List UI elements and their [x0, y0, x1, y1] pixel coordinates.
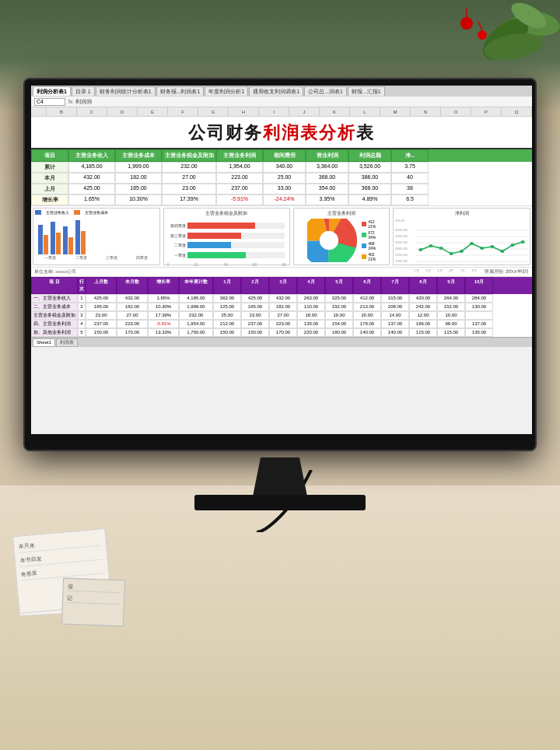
- detail-row-3: 主营业务税金及附加 3 23.00 27.00 17.39% 232.00 25…: [31, 311, 532, 320]
- tab-profit-report[interactable]: 财务报...利润表1: [156, 86, 205, 96]
- td-r2c5: 25.00: [263, 173, 306, 184]
- td-r1c5: 340.00: [263, 162, 306, 173]
- col-q: Q: [502, 107, 532, 116]
- td-r2c2: 182.00: [115, 173, 162, 184]
- pie-label-4: 40221%: [368, 252, 376, 261]
- dtr1-m10: 284.00: [465, 294, 493, 303]
- dtr2-m9: 152.00: [437, 303, 465, 311]
- th-total-profit: 利润总额: [348, 149, 391, 162]
- dtr2-m2: 165.00: [241, 303, 269, 311]
- dtr4-m9: 99.00: [437, 320, 465, 328]
- hbar-track-q4: [187, 223, 285, 229]
- desk-surface: 本月来 本书自发 奇差发 借 记: [0, 485, 560, 750]
- dtr4-m6: 179.00: [353, 320, 381, 328]
- dth-m10: 10月: [465, 277, 493, 294]
- hbar-track-q1: [187, 252, 285, 258]
- sheet-tab-1[interactable]: Sheet1: [33, 338, 55, 347]
- table-header-row: 项目 主营业务收入 主营业务成本 主营业务税金及附加 主营业务利润 期间费用 营…: [31, 149, 532, 162]
- name-box[interactable]: C4: [34, 98, 65, 106]
- dtr5-rate: 13.33%: [148, 328, 179, 337]
- td-label-4: 增长率: [31, 195, 68, 205]
- dtr2-cur: 182.00: [117, 303, 148, 311]
- dtr4-label: 四、主营业务利润: [31, 320, 78, 328]
- td-r3c5: 33.00: [263, 184, 306, 195]
- td-r3c4: 237.00: [216, 184, 263, 195]
- dtr5-m7: 140.00: [381, 328, 409, 337]
- dtr5-m6: 140.00: [353, 328, 381, 337]
- td-r4c5: -24.24%: [263, 195, 306, 205]
- pie-label-1: 41221%: [368, 219, 376, 229]
- hbar-chart-container: 主营业务税金及附加 第四季度 第三季度: [163, 208, 291, 265]
- hbar-fill-q2: [187, 242, 232, 248]
- tab-financial-stats[interactable]: 财务利润统计分析表1: [96, 86, 156, 96]
- monitor-base: [194, 495, 366, 510]
- unit-label: 单位名称: xxxxx公司: [34, 268, 76, 275]
- dtr5-m10: 135.00: [465, 328, 493, 337]
- tab-annual-profit[interactable]: 年度利润分析1: [205, 86, 248, 96]
- tab-report-summary[interactable]: 财报...汇报1: [348, 86, 385, 96]
- dtr3-m8: 12.00: [409, 311, 437, 320]
- td-r4c8: 6.5: [391, 195, 429, 205]
- data-row-growth: 增长率 1.65% 10.30% 17.39% -5.91% -24.24% 3…: [31, 195, 532, 205]
- dtr4-cur: 223.00: [117, 320, 148, 328]
- hbar-label-q4: 第四季度: [169, 223, 186, 228]
- td-r4c1: 1.65%: [68, 195, 115, 205]
- dtr4-m4: 135.00: [297, 320, 325, 328]
- td-r4c7: 4.89%: [348, 195, 391, 205]
- line-chart-svg: 450.00 400.00 350.00 300.00 250.00 200.0…: [395, 226, 528, 267]
- data-row-last-month: 上月 425.00 165.00 23.00 237.00 33.00 354.…: [31, 184, 532, 195]
- dtr4-ytd: 1,954.00: [179, 320, 213, 328]
- dtr1-rate: 1.65%: [148, 294, 179, 303]
- bar-q1-revenue: [38, 225, 43, 254]
- dtr5-cur: 170.00: [117, 328, 148, 337]
- spreadsheet-content: 公司财务利润表分析表 项目 主营业务收入 主营业务成本 主营业务税金及附加 主营…: [31, 117, 532, 347]
- sheet-tab-2[interactable]: 利润表: [56, 338, 78, 347]
- data-row-current-month: 本月 432.00 182.00 27.00 223.00 25.00 368.…: [31, 173, 532, 184]
- td-label-2: 本月: [31, 173, 68, 184]
- tab-profit-analysis[interactable]: 利润分析表1: [33, 86, 71, 96]
- dtr5-last: 150.00: [86, 328, 117, 337]
- formula-input[interactable]: 利润润: [75, 98, 529, 106]
- hbar-row-q2: 二季度: [169, 242, 285, 248]
- svg-point-34: [501, 250, 505, 253]
- col-h: H: [229, 107, 259, 116]
- hbar-fill-q1: [187, 252, 246, 258]
- dtr5-m2: 150.00: [241, 328, 269, 337]
- dtr2-rate: 10.30%: [148, 303, 179, 311]
- dtr2-m8: 242.00: [409, 303, 437, 311]
- td-r1c8: 3.75: [391, 162, 429, 173]
- dtr1-m8: 420.00: [409, 294, 437, 303]
- dtr1-cur: 432.00: [117, 294, 148, 303]
- tab-company-profit[interactable]: 公司总...润表1: [304, 86, 347, 96]
- col-m: M: [380, 107, 411, 116]
- report-title-area: 公司财务利润表分析表: [31, 117, 532, 149]
- dtr3-m7: 14.00: [381, 311, 409, 320]
- svg-text:400.00: 400.00: [395, 235, 408, 238]
- dth-ytd: 本年累计数: [179, 277, 213, 294]
- dth-curmonth: 本月数: [117, 277, 148, 294]
- col-d: D: [107, 107, 138, 116]
- data-row-cumulative: 累计 4,185.00 1,999.00 232.00 1,954.00 340…: [31, 162, 532, 173]
- td-r1c6: 3,364.00: [306, 162, 348, 173]
- dtr3-last: 23.00: [86, 311, 117, 320]
- dth-m1: 1月: [213, 277, 241, 294]
- dtr1-m3: 432.00: [269, 294, 297, 303]
- svg-point-5: [460, 17, 473, 30]
- svg-point-6: [478, 30, 487, 40]
- dtr1-ytd: 4,185.00: [179, 294, 213, 303]
- tab-directory[interactable]: 目录 1: [72, 86, 95, 96]
- dtr3-m5: 19.00: [325, 311, 353, 320]
- title-red: 利润表分析: [263, 123, 356, 142]
- td-r1c1: 4,185.00: [68, 162, 115, 173]
- report-main-title: 公司财务利润表分析表: [31, 121, 532, 145]
- dtr3-ytd: 232.00: [179, 311, 213, 320]
- dtr2-last: 165.00: [86, 303, 117, 311]
- sheet-tabs[interactable]: Sheet1 利润表: [31, 337, 532, 347]
- svg-point-30: [460, 250, 464, 253]
- td-r2c6: 368.00: [306, 173, 348, 184]
- dth-m4: 4月: [297, 277, 325, 294]
- plant-decoration: [420, 0, 560, 93]
- dtr4-m3: 223.00: [269, 320, 297, 328]
- th-revenue: 主营业务收入: [68, 149, 115, 162]
- tab-income-profit[interactable]: 通用收支利润调表1: [249, 86, 303, 96]
